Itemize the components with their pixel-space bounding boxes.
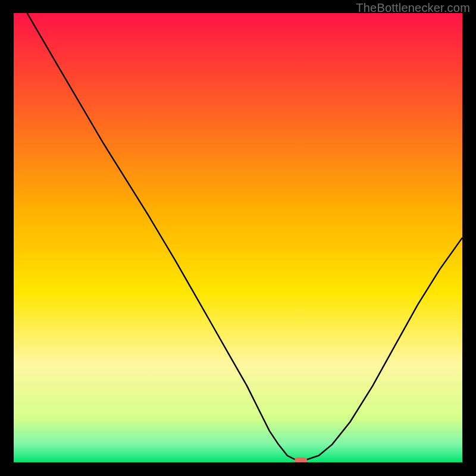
gradient-background xyxy=(14,13,462,462)
chart-svg xyxy=(14,13,462,462)
optimum-marker xyxy=(295,458,308,462)
chart-plot-area xyxy=(14,13,462,462)
chart-frame: TheBottleneсker.com xyxy=(0,0,476,476)
